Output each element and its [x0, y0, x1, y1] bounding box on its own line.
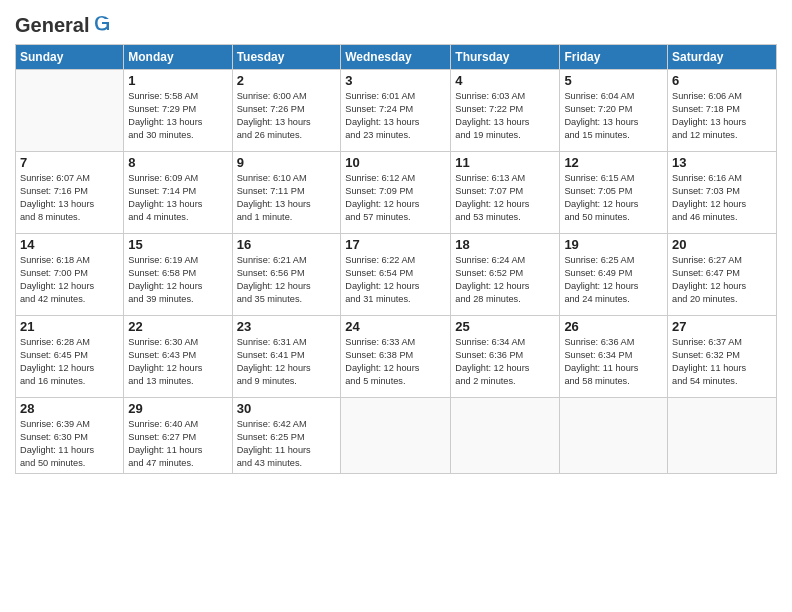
calendar-cell: 19Sunrise: 6:25 AMSunset: 6:49 PMDayligh…	[560, 234, 668, 316]
day-info: Sunrise: 6:36 AMSunset: 6:34 PMDaylight:…	[564, 336, 663, 388]
day-info: Sunrise: 6:07 AMSunset: 7:16 PMDaylight:…	[20, 172, 119, 224]
day-number: 23	[237, 319, 337, 334]
day-info: Sunrise: 6:00 AMSunset: 7:26 PMDaylight:…	[237, 90, 337, 142]
calendar-cell	[560, 398, 668, 474]
calendar-cell: 7Sunrise: 6:07 AMSunset: 7:16 PMDaylight…	[16, 152, 124, 234]
day-info: Sunrise: 6:03 AMSunset: 7:22 PMDaylight:…	[455, 90, 555, 142]
calendar-cell: 16Sunrise: 6:21 AMSunset: 6:56 PMDayligh…	[232, 234, 341, 316]
calendar-cell: 29Sunrise: 6:40 AMSunset: 6:27 PMDayligh…	[124, 398, 232, 474]
day-number: 28	[20, 401, 119, 416]
logo-icon	[91, 12, 113, 34]
day-info: Sunrise: 6:13 AMSunset: 7:07 PMDaylight:…	[455, 172, 555, 224]
day-info: Sunrise: 6:37 AMSunset: 6:32 PMDaylight:…	[672, 336, 772, 388]
header: General	[15, 10, 777, 36]
calendar-cell: 17Sunrise: 6:22 AMSunset: 6:54 PMDayligh…	[341, 234, 451, 316]
day-number: 1	[128, 73, 227, 88]
day-info: Sunrise: 6:09 AMSunset: 7:14 PMDaylight:…	[128, 172, 227, 224]
day-number: 3	[345, 73, 446, 88]
day-info: Sunrise: 6:06 AMSunset: 7:18 PMDaylight:…	[672, 90, 772, 142]
day-number: 4	[455, 73, 555, 88]
calendar-cell: 20Sunrise: 6:27 AMSunset: 6:47 PMDayligh…	[668, 234, 777, 316]
calendar-cell: 4Sunrise: 6:03 AMSunset: 7:22 PMDaylight…	[451, 70, 560, 152]
weekday-header-monday: Monday	[124, 45, 232, 70]
day-info: Sunrise: 6:40 AMSunset: 6:27 PMDaylight:…	[128, 418, 227, 470]
day-number: 30	[237, 401, 337, 416]
day-number: 27	[672, 319, 772, 334]
weekday-header-saturday: Saturday	[668, 45, 777, 70]
day-info: Sunrise: 6:10 AMSunset: 7:11 PMDaylight:…	[237, 172, 337, 224]
day-number: 15	[128, 237, 227, 252]
calendar-cell: 13Sunrise: 6:16 AMSunset: 7:03 PMDayligh…	[668, 152, 777, 234]
day-info: Sunrise: 6:42 AMSunset: 6:25 PMDaylight:…	[237, 418, 337, 470]
day-info: Sunrise: 6:04 AMSunset: 7:20 PMDaylight:…	[564, 90, 663, 142]
weekday-header-sunday: Sunday	[16, 45, 124, 70]
day-info: Sunrise: 5:58 AMSunset: 7:29 PMDaylight:…	[128, 90, 227, 142]
weekday-header-tuesday: Tuesday	[232, 45, 341, 70]
day-number: 20	[672, 237, 772, 252]
day-info: Sunrise: 6:31 AMSunset: 6:41 PMDaylight:…	[237, 336, 337, 388]
calendar-cell: 23Sunrise: 6:31 AMSunset: 6:41 PMDayligh…	[232, 316, 341, 398]
logo-general: General	[15, 14, 89, 36]
calendar-cell: 14Sunrise: 6:18 AMSunset: 7:00 PMDayligh…	[16, 234, 124, 316]
day-info: Sunrise: 6:25 AMSunset: 6:49 PMDaylight:…	[564, 254, 663, 306]
calendar-cell: 30Sunrise: 6:42 AMSunset: 6:25 PMDayligh…	[232, 398, 341, 474]
day-number: 24	[345, 319, 446, 334]
calendar-cell: 18Sunrise: 6:24 AMSunset: 6:52 PMDayligh…	[451, 234, 560, 316]
day-info: Sunrise: 6:12 AMSunset: 7:09 PMDaylight:…	[345, 172, 446, 224]
day-number: 26	[564, 319, 663, 334]
day-number: 6	[672, 73, 772, 88]
logo: General	[15, 14, 113, 36]
calendar-cell: 2Sunrise: 6:00 AMSunset: 7:26 PMDaylight…	[232, 70, 341, 152]
day-number: 29	[128, 401, 227, 416]
day-info: Sunrise: 6:39 AMSunset: 6:30 PMDaylight:…	[20, 418, 119, 470]
day-info: Sunrise: 6:28 AMSunset: 6:45 PMDaylight:…	[20, 336, 119, 388]
calendar-cell: 25Sunrise: 6:34 AMSunset: 6:36 PMDayligh…	[451, 316, 560, 398]
day-info: Sunrise: 6:15 AMSunset: 7:05 PMDaylight:…	[564, 172, 663, 224]
day-number: 13	[672, 155, 772, 170]
day-number: 7	[20, 155, 119, 170]
calendar-cell: 5Sunrise: 6:04 AMSunset: 7:20 PMDaylight…	[560, 70, 668, 152]
day-info: Sunrise: 6:33 AMSunset: 6:38 PMDaylight:…	[345, 336, 446, 388]
calendar-cell: 6Sunrise: 6:06 AMSunset: 7:18 PMDaylight…	[668, 70, 777, 152]
day-number: 19	[564, 237, 663, 252]
day-number: 17	[345, 237, 446, 252]
day-info: Sunrise: 6:30 AMSunset: 6:43 PMDaylight:…	[128, 336, 227, 388]
day-number: 2	[237, 73, 337, 88]
calendar-cell: 12Sunrise: 6:15 AMSunset: 7:05 PMDayligh…	[560, 152, 668, 234]
day-number: 25	[455, 319, 555, 334]
calendar: SundayMondayTuesdayWednesdayThursdayFrid…	[15, 44, 777, 474]
weekday-header-wednesday: Wednesday	[341, 45, 451, 70]
calendar-cell: 22Sunrise: 6:30 AMSunset: 6:43 PMDayligh…	[124, 316, 232, 398]
calendar-cell: 8Sunrise: 6:09 AMSunset: 7:14 PMDaylight…	[124, 152, 232, 234]
day-number: 10	[345, 155, 446, 170]
day-info: Sunrise: 6:24 AMSunset: 6:52 PMDaylight:…	[455, 254, 555, 306]
day-number: 16	[237, 237, 337, 252]
calendar-cell: 26Sunrise: 6:36 AMSunset: 6:34 PMDayligh…	[560, 316, 668, 398]
day-number: 8	[128, 155, 227, 170]
day-info: Sunrise: 6:34 AMSunset: 6:36 PMDaylight:…	[455, 336, 555, 388]
day-info: Sunrise: 6:16 AMSunset: 7:03 PMDaylight:…	[672, 172, 772, 224]
day-number: 18	[455, 237, 555, 252]
day-number: 5	[564, 73, 663, 88]
calendar-cell: 9Sunrise: 6:10 AMSunset: 7:11 PMDaylight…	[232, 152, 341, 234]
calendar-cell: 15Sunrise: 6:19 AMSunset: 6:58 PMDayligh…	[124, 234, 232, 316]
calendar-cell: 1Sunrise: 5:58 AMSunset: 7:29 PMDaylight…	[124, 70, 232, 152]
weekday-header-thursday: Thursday	[451, 45, 560, 70]
calendar-cell: 11Sunrise: 6:13 AMSunset: 7:07 PMDayligh…	[451, 152, 560, 234]
day-info: Sunrise: 6:21 AMSunset: 6:56 PMDaylight:…	[237, 254, 337, 306]
calendar-cell	[341, 398, 451, 474]
calendar-cell: 21Sunrise: 6:28 AMSunset: 6:45 PMDayligh…	[16, 316, 124, 398]
day-number: 12	[564, 155, 663, 170]
calendar-cell	[668, 398, 777, 474]
day-number: 21	[20, 319, 119, 334]
day-info: Sunrise: 6:19 AMSunset: 6:58 PMDaylight:…	[128, 254, 227, 306]
day-number: 11	[455, 155, 555, 170]
calendar-cell: 28Sunrise: 6:39 AMSunset: 6:30 PMDayligh…	[16, 398, 124, 474]
calendar-cell: 10Sunrise: 6:12 AMSunset: 7:09 PMDayligh…	[341, 152, 451, 234]
weekday-header-friday: Friday	[560, 45, 668, 70]
calendar-cell: 24Sunrise: 6:33 AMSunset: 6:38 PMDayligh…	[341, 316, 451, 398]
calendar-cell: 3Sunrise: 6:01 AMSunset: 7:24 PMDaylight…	[341, 70, 451, 152]
day-number: 9	[237, 155, 337, 170]
day-info: Sunrise: 6:22 AMSunset: 6:54 PMDaylight:…	[345, 254, 446, 306]
calendar-cell	[16, 70, 124, 152]
